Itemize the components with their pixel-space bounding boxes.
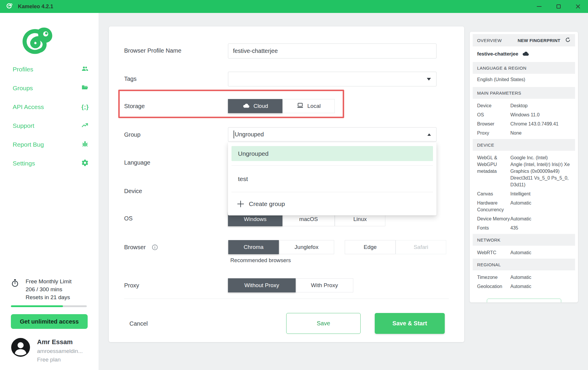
kv-label: Proxy (477, 130, 510, 136)
sidebar-item-settings[interactable]: Settings (0, 154, 99, 173)
close-button[interactable] (575, 4, 581, 9)
create-group-button[interactable]: Create group (228, 192, 437, 215)
kv-label: Timezone (477, 274, 510, 281)
laptop-icon (297, 103, 304, 110)
overview-panel: OVERVIEW NEW FINGERPRINT festive-chatter… (470, 32, 578, 302)
kv-row: Timezone Automatic (473, 270, 575, 282)
kv-row: Browser Chrome 143.0.7499.41 (473, 119, 575, 128)
browser-option-label: Junglefox (294, 244, 318, 250)
kv-label: Device (477, 102, 510, 109)
sidebar: Profiles Groups AP (0, 13, 99, 370)
kv-label: WebRTC (477, 249, 510, 256)
cloud-icon (242, 103, 250, 109)
chevron-down-icon (427, 78, 431, 81)
trend-icon (81, 121, 89, 130)
kv-row: Proxy None (473, 128, 575, 138)
advanced-settings-button[interactable]: Advanced settings (487, 299, 561, 302)
usage-progress-track (11, 305, 87, 307)
proxy-option-without[interactable]: Without Proxy (228, 278, 296, 292)
os-option-label: macOS (299, 216, 318, 222)
sidebar-item-label: Support (13, 122, 34, 129)
group-label: Group (124, 131, 141, 138)
kv-row: Geolocation Automatic (473, 282, 575, 291)
kv-label: Fonts (477, 225, 510, 231)
kv-label: Hardware Concurrency (477, 200, 510, 213)
kv-value: Windows 11.0 (510, 111, 571, 118)
profile-name-label: Browser Profile Name (124, 47, 181, 54)
get-unlimited-access-button[interactable]: Get unlimited access (11, 314, 88, 329)
group-option-test[interactable]: test (228, 166, 437, 192)
group-option-ungrouped[interactable]: Ungrouped (231, 146, 433, 161)
recommended-browsers-hint: Recommended browsers (230, 257, 291, 264)
kv-row: Device Memory Automatic (473, 214, 575, 223)
kv-row: WebRTC Automatic (473, 246, 575, 257)
kv-label: Geolocation (477, 283, 510, 290)
sidebar-item-profiles[interactable]: Profiles (0, 60, 99, 79)
kv-label: Device Memory (477, 215, 510, 222)
usage-amount: 206 / 300 mins (26, 285, 71, 293)
kv-row: Device Desktop (473, 99, 575, 110)
section-regional: REGIONAL (473, 259, 575, 270)
info-icon[interactable] (152, 244, 158, 252)
new-fingerprint-button[interactable]: NEW FINGERPRINT (518, 38, 560, 43)
usage-title: Free Monthly Limit (26, 277, 71, 285)
window-title: Kameleo 4.2.1 (18, 4, 53, 10)
group-option-label: Ungrouped (238, 150, 269, 157)
sidebar-item-groups[interactable]: Groups (0, 79, 99, 98)
stopwatch-icon (11, 277, 19, 301)
sidebar-item-api-access[interactable]: API Access {;} (0, 98, 99, 116)
kv-value: Automatic (510, 274, 571, 281)
storage-label: Storage (124, 103, 145, 110)
kv-label: WebGL & WebGPU metadata (477, 154, 510, 188)
tags-label: Tags (124, 76, 136, 82)
kv-row-webgl: WebGL & WebGPU metadata Google Inc. (Int… (473, 151, 575, 189)
minimize-button[interactable] (536, 4, 542, 9)
title-bar: Kameleo 4.2.1 (0, 0, 588, 13)
kv-row: Fonts 435 (473, 223, 575, 232)
kv-row: Canvas Intelligent (473, 189, 575, 198)
cancel-button[interactable]: Cancel (129, 320, 148, 327)
text-cursor (234, 130, 234, 138)
avatar (11, 338, 30, 363)
storage-option-local[interactable]: Local (282, 99, 335, 113)
kv-value: Intelligent (510, 190, 571, 197)
browser-option-label: Edge (364, 244, 377, 250)
sidebar-item-label: API Access (13, 103, 44, 111)
refresh-icon[interactable] (565, 37, 571, 44)
kv-row: OS Windows 11.0 (473, 110, 575, 119)
maximize-button[interactable] (556, 4, 562, 9)
overview-title: OVERVIEW (477, 38, 502, 43)
kv-value: Automatic (510, 249, 571, 256)
browser-option-junglefox[interactable]: Junglefox (279, 240, 334, 254)
browser-option-edge[interactable]: Edge (345, 240, 396, 254)
webgl-renderer: Angle (Intel, Intel(r) Iris(r) Xe Graphi… (510, 161, 571, 188)
user-profile[interactable]: Amr Essam amroessameldin... Free plan (11, 338, 88, 363)
browser-option-chroma[interactable]: Chroma (228, 240, 279, 254)
sidebar-item-label: Profiles (13, 66, 33, 73)
code-braces-icon: {;} (81, 104, 89, 111)
language-label: Language (124, 159, 150, 166)
usage-progress-fill (11, 305, 63, 307)
sidebar-item-support[interactable]: Support (0, 116, 99, 135)
device-label: Device (124, 188, 142, 195)
storage-option-cloud[interactable]: Cloud (228, 99, 282, 113)
proxy-option-with[interactable]: With Proxy (296, 278, 353, 292)
bug-icon (81, 140, 89, 149)
save-button[interactable]: Save (286, 313, 361, 334)
kv-row: Hardware Concurrency Automatic (473, 198, 575, 214)
sidebar-item-report-bug[interactable]: Report Bug (0, 135, 99, 154)
sidebar-item-label: Groups (13, 85, 33, 92)
profile-form-card: Browser Profile Name Tags Storage (109, 26, 464, 342)
profile-name-input[interactable] (228, 43, 437, 58)
tags-select[interactable] (228, 72, 437, 86)
os-option-label: Linux (353, 216, 367, 222)
save-and-start-button[interactable]: Save & Start (375, 313, 445, 334)
kv-label: OS (477, 111, 510, 118)
user-email: amroessameldin... (37, 348, 83, 354)
kv-value: Automatic (510, 283, 571, 290)
webgl-vendor: Google Inc. (Intel) (510, 154, 571, 161)
os-label: OS (124, 215, 133, 222)
user-name: Amr Essam (37, 338, 83, 346)
group-select[interactable]: Ungrouped (228, 127, 437, 142)
kv-value: 435 (510, 225, 571, 231)
